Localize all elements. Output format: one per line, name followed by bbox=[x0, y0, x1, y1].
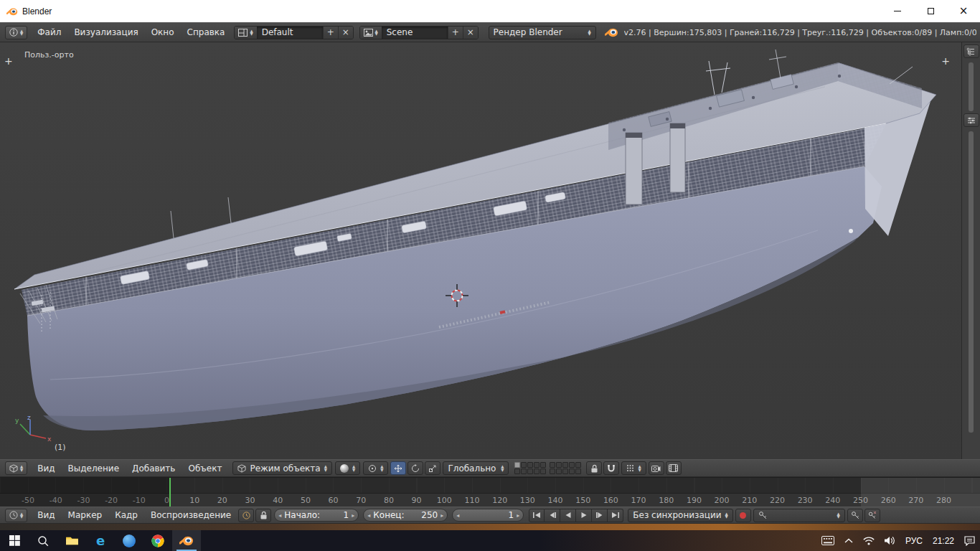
timeline-menu-frame[interactable]: Кадр bbox=[108, 507, 144, 523]
manipulator-rotate-button[interactable] bbox=[407, 461, 423, 475]
layer-3[interactable] bbox=[527, 462, 533, 468]
layer-12[interactable] bbox=[556, 462, 562, 468]
layer-7[interactable] bbox=[521, 468, 527, 474]
layer-13[interactable] bbox=[562, 462, 568, 468]
taskbar-edge[interactable]: e bbox=[86, 530, 115, 551]
info-menu-file[interactable]: Файл bbox=[31, 23, 67, 42]
play-reverse-button[interactable] bbox=[560, 509, 576, 522]
properties-shelf-expand-button[interactable]: + bbox=[941, 55, 950, 67]
outliner-scrollbar[interactable] bbox=[969, 62, 974, 111]
touch-keyboard-icon[interactable] bbox=[816, 530, 839, 551]
layer-19[interactable] bbox=[569, 468, 575, 474]
layer-5[interactable] bbox=[540, 462, 546, 468]
manipulator-translate-button[interactable] bbox=[390, 461, 406, 475]
outliner-editor-button[interactable] bbox=[963, 44, 979, 58]
layer-4[interactable] bbox=[534, 462, 540, 468]
info-menu-render[interactable]: Визуализация bbox=[67, 23, 144, 42]
sync-dropdown[interactable]: Без синхронизации ▲▼ bbox=[628, 509, 733, 522]
editor-type-button-view3d[interactable]: ▲▼ bbox=[5, 461, 27, 475]
opengl-render-anim-button[interactable] bbox=[666, 461, 682, 475]
layer-15[interactable] bbox=[575, 462, 581, 468]
taskbar-file-explorer[interactable] bbox=[57, 530, 86, 551]
layer-17[interactable] bbox=[556, 468, 562, 474]
layer-2[interactable] bbox=[521, 462, 527, 468]
layer-18[interactable] bbox=[562, 468, 568, 474]
jump-to-start-button[interactable] bbox=[529, 509, 545, 522]
increment-arrow-icon[interactable]: ▸ bbox=[440, 512, 443, 519]
current-frame-field[interactable]: ◂ 1 ▸ bbox=[452, 509, 524, 522]
next-keyframe-button[interactable] bbox=[592, 509, 608, 522]
close-button[interactable]: × bbox=[947, 0, 980, 22]
properties-scrollbar[interactable] bbox=[969, 131, 974, 433]
viewport-shading-dropdown[interactable]: ▲▼ bbox=[335, 461, 360, 475]
snap-element-dropdown[interactable]: ▲▼ bbox=[621, 461, 646, 475]
timeline-menu-marker[interactable]: Маркер bbox=[62, 507, 109, 523]
scene-browse-button[interactable]: ▲▼ bbox=[360, 27, 382, 39]
current-frame-marker[interactable] bbox=[169, 478, 171, 507]
layout-name-field[interactable]: Default bbox=[257, 27, 323, 39]
view3d-menu-add[interactable]: Добавить bbox=[126, 460, 182, 476]
action-center-icon[interactable] bbox=[959, 530, 980, 551]
tray-chevron-up-icon[interactable] bbox=[839, 530, 858, 551]
layer-9[interactable] bbox=[534, 468, 540, 474]
layer-16[interactable] bbox=[550, 468, 555, 474]
language-indicator[interactable]: РУС bbox=[900, 530, 928, 551]
viewport-3d[interactable]: Польз.-орто + + (1) x y z bbox=[0, 42, 961, 459]
delete-keyframe-button[interactable] bbox=[864, 509, 880, 522]
wifi-icon[interactable] bbox=[858, 530, 880, 551]
editor-type-button-timeline[interactable]: ▲▼ bbox=[5, 509, 27, 522]
view3d-menu-view[interactable]: Вид bbox=[31, 460, 61, 476]
start-frame-field[interactable]: ◂ Начало: 1 ▸ bbox=[274, 509, 359, 522]
preview-range-toggle[interactable] bbox=[238, 509, 254, 522]
layer-20[interactable] bbox=[575, 468, 581, 474]
timeline-menu-playback[interactable]: Воспроизведение bbox=[144, 507, 237, 523]
snap-toggle-button[interactable] bbox=[603, 461, 619, 475]
timeline-strip[interactable]: -50-40-30-20-100102030405060708090100110… bbox=[0, 477, 980, 507]
info-menu-help[interactable]: Справка bbox=[181, 23, 232, 42]
orientation-dropdown[interactable]: Глобально ▲▼ bbox=[443, 461, 509, 475]
taskbar-blender[interactable] bbox=[172, 530, 201, 551]
taskbar-search[interactable] bbox=[29, 530, 57, 551]
layer-14[interactable] bbox=[569, 462, 575, 468]
taskbar-chrome[interactable] bbox=[143, 530, 172, 551]
scene-name-field[interactable]: Scene bbox=[382, 27, 448, 39]
minimize-button[interactable] bbox=[881, 0, 914, 22]
pivot-point-dropdown[interactable]: ▲▼ bbox=[363, 461, 388, 475]
layer-11[interactable] bbox=[550, 462, 555, 468]
mode-dropdown[interactable]: Режим объекта ▲▼ bbox=[232, 461, 332, 475]
increment-arrow-icon[interactable]: ▸ bbox=[517, 512, 519, 519]
layer-8[interactable] bbox=[527, 468, 533, 474]
increment-arrow-icon[interactable]: ▸ bbox=[352, 512, 354, 519]
taskbar-start[interactable] bbox=[0, 530, 29, 551]
render-engine-dropdown[interactable]: Рендер Blender ▲▼ bbox=[489, 26, 596, 39]
toolshelf-expand-button[interactable]: + bbox=[4, 55, 13, 67]
lock-time-toggle[interactable] bbox=[255, 509, 271, 522]
scene-delete-button[interactable]: × bbox=[463, 27, 478, 39]
end-frame-field[interactable]: ◂ Конец: 250 ▸ bbox=[363, 509, 448, 522]
opengl-render-button[interactable] bbox=[649, 461, 664, 475]
decrement-arrow-icon[interactable]: ◂ bbox=[367, 512, 370, 519]
decrement-arrow-icon[interactable]: ◂ bbox=[456, 512, 459, 519]
view3d-menu-select[interactable]: Выделение bbox=[62, 460, 126, 476]
keying-set-dropdown[interactable]: ▲▼ bbox=[753, 509, 845, 522]
decrement-arrow-icon[interactable]: ◂ bbox=[278, 512, 281, 519]
taskbar-browser[interactable] bbox=[115, 530, 143, 551]
layout-browse-button[interactable]: ▲▼ bbox=[235, 27, 256, 39]
lock-camera-button[interactable] bbox=[586, 461, 602, 475]
info-menu-window[interactable]: Окно bbox=[145, 23, 181, 42]
layout-add-button[interactable]: + bbox=[323, 27, 338, 39]
layer-10[interactable] bbox=[540, 468, 546, 474]
insert-keyframe-button[interactable] bbox=[847, 509, 863, 522]
play-button[interactable] bbox=[576, 509, 592, 522]
editor-type-button-info[interactable]: ▲▼ bbox=[5, 26, 27, 39]
timeline-menu-view[interactable]: Вид bbox=[31, 507, 61, 523]
manipulator-scale-button[interactable] bbox=[425, 461, 440, 475]
record-button[interactable] bbox=[735, 509, 751, 522]
volume-icon[interactable] bbox=[880, 530, 900, 551]
layer-6[interactable] bbox=[514, 468, 520, 474]
prev-keyframe-button[interactable] bbox=[545, 509, 560, 522]
maximize-button[interactable] bbox=[914, 0, 947, 22]
view3d-menu-object[interactable]: Объект bbox=[182, 460, 228, 476]
jump-to-end-button[interactable] bbox=[608, 509, 623, 522]
scene-add-button[interactable]: + bbox=[448, 27, 463, 39]
